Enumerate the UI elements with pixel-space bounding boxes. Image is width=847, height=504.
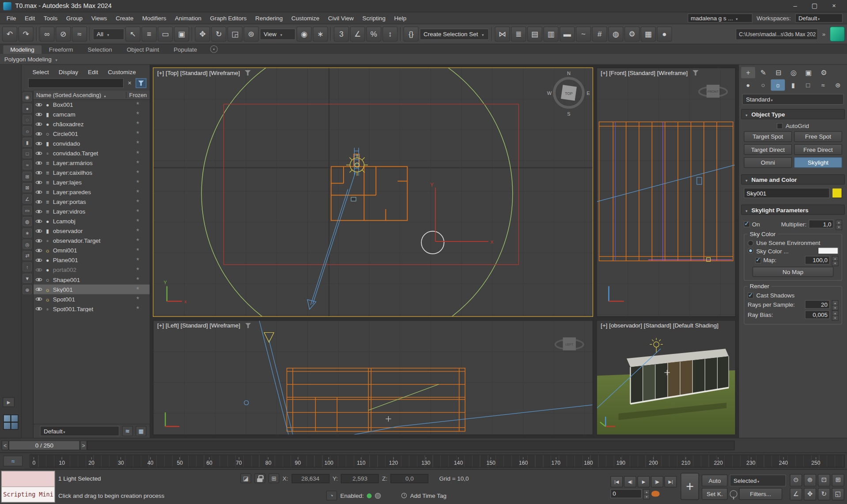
add-time-tag-label[interactable]: Add Time Tag	[410, 493, 446, 499]
toggle-ribbon-icon[interactable]: ▬	[560, 26, 575, 41]
zoom-extents-icon[interactable]: ⊡	[818, 474, 830, 486]
visibility-eye-icon[interactable]	[36, 131, 43, 137]
visibility-eye-icon[interactable]	[36, 286, 43, 293]
select-and-move-icon[interactable]: ✥	[195, 26, 210, 41]
motion-tab-icon[interactable]: ◎	[786, 67, 801, 79]
scene-item-row[interactable]: chãoxadrez	[34, 119, 150, 129]
frozen-toggle-icon[interactable]	[126, 149, 150, 157]
visibility-eye-icon[interactable]	[36, 102, 43, 108]
sky-color-swatch[interactable]	[818, 247, 838, 254]
auto-key-button[interactable]: Auto	[702, 474, 728, 486]
zoom-icon[interactable]: ⊙	[790, 474, 802, 486]
next-frame-button[interactable]: |▶	[651, 476, 663, 487]
minimize-button[interactable]: –	[786, 0, 805, 12]
menu-item[interactable]: File	[2, 13, 20, 23]
selection-filter-dropdown[interactable]: All	[93, 28, 124, 40]
frozen-toggle-icon[interactable]	[126, 266, 150, 274]
ribbon-collapsed-section[interactable]: Polygon Modeling	[0, 54, 847, 64]
se-display-frozen-icon[interactable]: ∗	[23, 228, 32, 237]
go-to-end-button[interactable]: ▶|	[665, 476, 677, 487]
z-coordinate-field[interactable]	[390, 474, 428, 483]
autogrid-checkbox[interactable]	[777, 123, 783, 128]
select-object-icon[interactable]: ↖	[125, 26, 140, 41]
se-display-lights-icon[interactable]: ☼	[23, 126, 32, 135]
frozen-toggle-icon[interactable]	[126, 256, 150, 264]
viewport-filter-funnel-icon[interactable]	[245, 70, 250, 75]
ribbon-config-icon[interactable]	[210, 45, 218, 53]
se-pick-parent-icon[interactable]: ↑	[23, 262, 32, 271]
ribbon-tab[interactable]: Freeform	[42, 45, 80, 54]
select-and-link-icon[interactable]: ∞	[39, 26, 54, 41]
viewcube[interactable]: TOP N S W E	[547, 71, 590, 117]
named-selection-sets-icon[interactable]: {}	[404, 26, 419, 41]
toggle-scene-explorer-icon[interactable]: ▤	[527, 26, 542, 41]
multiplier-field[interactable]	[809, 220, 833, 229]
hierarchy-tab-icon[interactable]: ⊟	[771, 67, 786, 79]
se-display-groups-icon[interactable]: ⊞	[23, 172, 32, 181]
mini-curve-editor-icon[interactable]: ≈	[3, 455, 23, 466]
select-by-name-icon[interactable]: ≡	[141, 26, 156, 41]
key-selection-set-dropdown[interactable]: Selected	[730, 474, 786, 486]
se-display-cameras-icon[interactable]: ▮	[23, 138, 32, 147]
object-type-button[interactable]: Target Spot	[744, 131, 792, 142]
menu-item[interactable]: Customize	[287, 13, 324, 23]
skylight-parameters-rollout-header[interactable]: Skylight Parameters	[741, 205, 845, 215]
workspace-dropdown[interactable]: Default	[795, 14, 843, 23]
space-warps-category-icon[interactable]: ≈	[816, 79, 830, 91]
viewport-filter-funnel-icon[interactable]	[245, 323, 251, 328]
window-crossing-icon[interactable]: ▣	[174, 26, 189, 41]
se-filter-combinations-icon[interactable]: ▼	[23, 274, 32, 283]
scene-item-row[interactable]: Omni001	[34, 246, 150, 256]
absolute-offset-mode-icon[interactable]: ⊞	[268, 474, 279, 483]
redo-icon[interactable]: ↷	[19, 26, 34, 41]
ray-bias-field[interactable]	[805, 310, 830, 319]
scene-explorer-menu-item[interactable]: Display	[54, 68, 83, 76]
viewport-filter-funnel-icon[interactable]	[692, 70, 698, 75]
select-and-rotate-icon[interactable]: ↻	[211, 26, 226, 41]
render-production-icon[interactable]: ●	[657, 26, 672, 41]
no-map-button[interactable]: No Map	[752, 267, 833, 277]
x-coordinate-field[interactable]	[291, 474, 329, 483]
viewport-top[interactable]: [+] [Top] [Standard] [Wireframe]	[153, 68, 593, 317]
frozen-toggle-icon[interactable]	[126, 130, 150, 138]
frozen-toggle-icon[interactable]	[126, 188, 150, 196]
panel-flyout-arrow[interactable]: ▶	[3, 397, 15, 407]
name-and-color-rollout-header[interactable]: Name and Color	[741, 174, 845, 184]
menu-item[interactable]: Create	[111, 13, 138, 23]
active-layer-dropdown[interactable]: Default	[40, 426, 120, 436]
frozen-toggle-icon[interactable]	[126, 305, 150, 313]
project-folder-field[interactable]: C:\Users\madal...s\3ds Max 202	[736, 28, 818, 40]
frozen-toggle-icon[interactable]	[126, 159, 150, 167]
object-type-button[interactable]: Omni	[744, 157, 792, 168]
object-name-field[interactable]	[744, 188, 829, 198]
cast-shadows-checkbox[interactable]	[748, 292, 753, 298]
time-slider-thumb[interactable]: 0 / 250	[9, 440, 80, 450]
frozen-toggle-icon[interactable]	[126, 139, 150, 147]
visibility-eye-icon[interactable]	[36, 228, 43, 234]
previous-frame-button[interactable]: ◀|	[624, 476, 636, 487]
scene-item-row[interactable]: Layer:caixilhos	[34, 168, 150, 177]
y-coordinate-field[interactable]	[341, 474, 379, 483]
utilities-tab-icon[interactable]: ⚙	[817, 67, 831, 79]
mini-listener-script-row[interactable]: Scripting Mini	[2, 487, 55, 502]
key-filters-button[interactable]: Filters...	[739, 488, 782, 500]
menu-item[interactable]: Civil View	[324, 13, 358, 23]
scene-item-row[interactable]: Shape001	[34, 275, 150, 285]
visibility-eye-icon[interactable]	[36, 199, 43, 205]
visibility-eye-icon[interactable]	[36, 267, 43, 273]
object-color-swatch[interactable]	[832, 188, 842, 198]
viewport-observador[interactable]: [+] [observador] [Standard] [Default Sha…	[596, 320, 736, 435]
next-frame-arrow[interactable]: >	[80, 440, 87, 450]
maximize-button[interactable]: ▢	[805, 0, 824, 12]
undo-icon[interactable]: ↶	[2, 26, 17, 41]
ribbon-tab[interactable]: Selection	[81, 45, 119, 54]
menu-item[interactable]: Tools	[39, 13, 62, 23]
spinner-arrows[interactable]	[836, 220, 842, 229]
spinner-arrows[interactable]	[832, 310, 839, 319]
visibility-eye-icon[interactable]	[36, 111, 43, 118]
left-viewport-canvas[interactable]: LEFT	[153, 321, 592, 435]
scene-item-row[interactable]: Lcamobj	[34, 217, 150, 226]
object-type-rollout-header[interactable]: Object Type	[741, 109, 845, 119]
shapes-category-icon[interactable]: ○	[756, 79, 770, 91]
systems-category-icon[interactable]: ⊛	[831, 79, 845, 91]
